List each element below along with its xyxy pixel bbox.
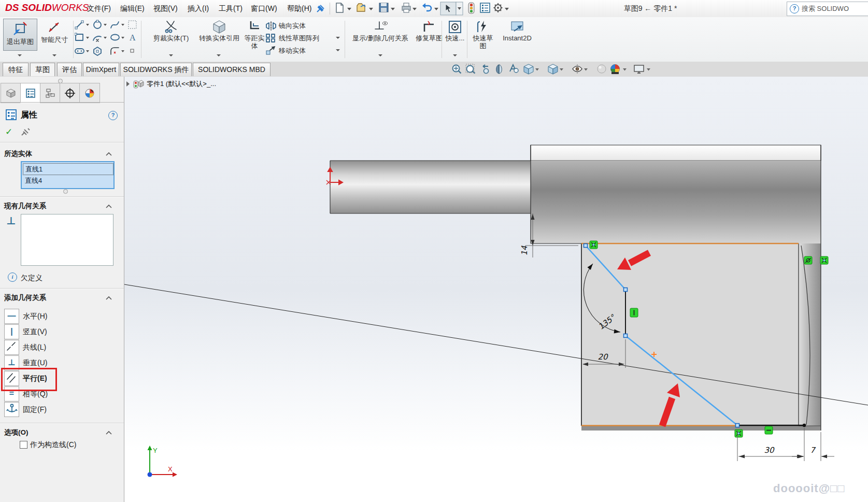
help-icon[interactable]: ? [790,4,799,13]
endpoint-handle[interactable] [624,288,628,292]
edit-appearance-icon[interactable] [597,65,606,73]
open-document-icon[interactable] [357,4,365,11]
fillet-tool-caret[interactable] [121,50,124,52]
part-solid-body[interactable] [330,145,821,431]
keep-visible-pin-icon[interactable] [21,127,31,137]
endpoint-handle[interactable] [624,334,628,338]
tab-evaluate[interactable]: 评估 [57,63,82,76]
search-input[interactable]: 搜索 SOLIDWO [802,4,849,13]
selection-filter-traffic-light-icon[interactable] [468,3,474,13]
relation-horizontal-button[interactable]: — 水平(H) [4,309,108,323]
circle-tool-icon[interactable] [94,20,101,28]
tab-solidworks-addins[interactable]: SOLIDWORKS 插件 [120,63,192,76]
line-tool-caret[interactable] [86,24,89,26]
menu-help[interactable]: 帮助(H) [282,0,317,17]
confirm-button[interactable]: ✓ [5,126,12,137]
collapse-chevron-icon[interactable] [106,152,112,156]
apply-scene-caret[interactable] [623,68,627,71]
linear-pattern-caret[interactable] [336,37,340,39]
display-delete-relations-caret[interactable] [378,54,382,56]
move-entities-caret[interactable] [336,49,340,51]
dimxpert-manager-tab[interactable] [60,83,80,103]
tab-sketch[interactable]: 草图 [30,63,55,76]
existing-relations-listbox[interactable] [21,214,113,266]
feature-tree-root-label[interactable]: 零件1 (默认<<默认>_... [147,79,216,89]
menu-view[interactable]: 视图(V) [148,0,183,17]
menu-window[interactable]: 窗口(W) [246,0,282,17]
selected-entity-line1[interactable]: 直线1 [23,163,113,175]
zoom-area-icon[interactable] [466,64,475,74]
arc-tool-icon[interactable] [93,36,101,41]
arc-tool-caret[interactable] [104,37,107,39]
smart-dimension-caret[interactable] [52,54,56,56]
endpoint-handle[interactable] [736,424,739,427]
relation-vertical-button[interactable]: | 竖直(V) [4,324,108,339]
view-orientation-caret[interactable] [535,68,539,71]
collapse-chevron-icon[interactable] [106,296,112,300]
section-view-icon[interactable] [496,65,502,74]
rectangle-tool-caret[interactable] [86,37,89,39]
coincident-badge[interactable] [735,429,743,437]
graphics-viewport[interactable]: 零件1 (默认<<默认>_... [124,77,868,502]
collapse-chevron-icon[interactable] [106,204,112,208]
undo-caret[interactable] [434,8,438,10]
slot-tool-caret[interactable] [86,50,89,52]
tab-dimxpert[interactable]: DimXpert [83,63,119,76]
tree-expand-icon[interactable] [126,81,130,87]
options-list-icon[interactable] [480,3,490,12]
existing-relations-header[interactable]: 现有几何关系 [4,202,46,211]
sketch-canvas[interactable]: 14 135° 20 [124,77,868,502]
configuration-manager-tab[interactable] [40,83,61,103]
menu-edit[interactable]: 编辑(E) [115,0,150,17]
quick-snaps-caret[interactable] [453,54,457,56]
block-front-shaded[interactable] [531,161,821,243]
hide-show-caret[interactable] [584,68,588,71]
selected-entities-header[interactable]: 所选实体 [4,149,32,159]
display-style-caret[interactable] [560,68,563,71]
rectangle-tool-icon[interactable] [75,33,83,40]
save-icon[interactable] [379,3,388,12]
construction-line-checkbox[interactable] [20,441,27,449]
endpoint-handle[interactable] [584,244,588,248]
exit-sketch-caret[interactable] [18,54,22,56]
menu-insert[interactable]: 插入(I) [182,0,214,17]
block-top-face[interactable] [531,145,821,161]
relation-collinear-button[interactable]: 共线(L) [4,340,108,354]
sketch-endpoint-dot[interactable] [803,424,806,427]
search-box[interactable]: ? 搜索 SOLIDWO [787,2,868,16]
convert-entities-caret[interactable] [217,54,221,56]
ellipse-tool-icon[interactable] [111,35,119,40]
annotation-view-icon[interactable] [510,65,518,73]
feature-tree-overlay[interactable]: 零件1 (默认<<默认>_... [126,78,216,90]
polygon-tool-icon[interactable] [94,47,101,55]
slot-tool-icon[interactable] [75,49,84,53]
apply-scene-ball-icon[interactable] [611,65,620,75]
pin-menu-icon[interactable] [315,4,325,14]
print-caret[interactable] [412,8,417,10]
menu-tools[interactable]: 工具(T) [214,0,248,17]
view-settings-monitor-icon[interactable] [634,65,644,73]
add-relations-header[interactable]: 添加几何关系 [4,293,46,303]
coincident-badge[interactable] [590,241,597,249]
line-tool-icon[interactable] [75,21,83,29]
zoom-fit-icon[interactable] [453,65,461,74]
point-tool-icon[interactable] [131,49,134,52]
property-manager-tab[interactable] [20,83,41,103]
tangent-badge[interactable] [804,256,812,264]
undo-icon[interactable] [422,3,431,11]
view-settings-caret[interactable] [647,68,650,71]
dim-30-text[interactable]: 30 [764,446,775,455]
dimension-7[interactable]: 7 [792,432,834,461]
view-orientation-cube-icon[interactable] [524,64,533,74]
new-document-caret[interactable] [347,8,351,10]
coincident-badge[interactable] [820,256,828,264]
listbox-resize-handle[interactable] [63,189,68,194]
options-header[interactable]: 选项(O) [4,428,29,437]
horizontal-badge[interactable] [765,426,773,434]
feature-manager-tab[interactable] [1,83,21,103]
dim-20-text[interactable]: 20 [597,352,608,362]
settings-caret[interactable] [505,8,509,10]
circle-tool-caret[interactable] [104,24,107,26]
trim-entities-caret[interactable] [169,54,173,56]
save-caret[interactable] [391,8,395,10]
